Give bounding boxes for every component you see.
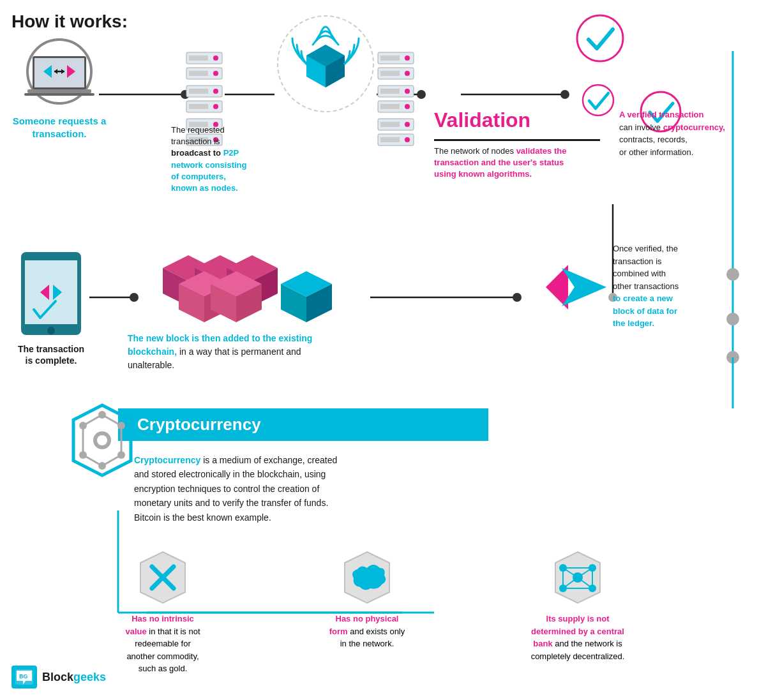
check-top-right <box>574 13 626 66</box>
tablet-label: The transactionis complete. <box>6 343 96 366</box>
svg-point-65 <box>405 89 410 94</box>
validation-divider <box>434 139 600 141</box>
laptop-label: Someone requests a transaction. <box>11 115 107 140</box>
svg-point-62 <box>405 71 410 76</box>
no-intrinsic-value-text: Has no intrinsicvalue in that it is notr… <box>99 613 227 675</box>
no-central-bank-item: Its supply is notdetermined by a central… <box>507 549 648 662</box>
x-icon <box>134 549 192 606</box>
crypto-hex <box>67 402 137 481</box>
svg-text:BG: BG <box>19 673 28 680</box>
svg-point-71 <box>405 122 410 127</box>
svg-rect-33 <box>27 89 91 93</box>
diamond-arrow-svg <box>523 255 606 319</box>
svg-point-109 <box>117 451 125 459</box>
svg-point-10 <box>726 351 739 364</box>
network-icon <box>549 549 606 606</box>
cloud-icon <box>338 549 396 606</box>
svg-point-106 <box>97 435 107 445</box>
svg-point-37 <box>213 56 218 61</box>
crypto-description: Cryptocurrency is a medium of exchange, … <box>134 453 453 525</box>
blocks-label: The new block is then added to the exist… <box>128 332 326 372</box>
svg-rect-36 <box>189 56 208 61</box>
validation-title: Validation <box>434 108 530 132</box>
svg-rect-67 <box>380 104 400 109</box>
svg-rect-39 <box>189 71 208 76</box>
no-physical-form-item: Has no physicalform and exists onlyin th… <box>303 549 431 650</box>
logo-text: Blockgeeks <box>42 671 106 684</box>
svg-rect-64 <box>380 89 400 94</box>
server-icon-right-1 <box>377 51 415 80</box>
wifi-circle <box>274 13 377 115</box>
check-icon-large-svg <box>581 83 616 118</box>
laptop-icon <box>15 38 104 108</box>
svg-point-43 <box>213 89 218 94</box>
svg-rect-79 <box>25 260 77 324</box>
check-icon-large <box>581 83 616 121</box>
server-broadcast-text: The requestedtransaction isbroadcast to … <box>171 124 292 194</box>
crypto-hex-svg <box>67 402 137 479</box>
svg-point-74 <box>405 137 410 142</box>
svg-rect-73 <box>380 137 400 142</box>
logo-icon-svg: BG <box>14 668 34 686</box>
no-physical-form-text: Has no physicalform and exists onlyin th… <box>303 613 431 650</box>
verified-text: A verified transaction can involve crypt… <box>619 108 750 158</box>
svg-point-46 <box>213 104 218 109</box>
svg-point-111 <box>79 451 87 459</box>
svg-rect-27 <box>34 58 84 87</box>
tablet-icon <box>16 249 86 338</box>
svg-point-59 <box>405 56 410 61</box>
server-icon-right-3 <box>377 117 415 147</box>
no-intrinsic-value-item: Has no intrinsicvalue in that it is notr… <box>99 549 227 675</box>
svg-rect-61 <box>380 71 400 76</box>
blockchain-blocks-svg <box>144 249 380 325</box>
tablet-container: The transactionis complete. <box>6 249 96 366</box>
svg-rect-58 <box>380 56 400 61</box>
svg-rect-45 <box>189 104 208 109</box>
svg-point-77 <box>583 85 613 115</box>
svg-rect-70 <box>380 122 400 127</box>
bottom-icons-row: Has no intrinsicvalue in that it is notr… <box>99 549 648 675</box>
svg-rect-42 <box>189 89 208 94</box>
page-title: How it works: <box>11 11 128 32</box>
blocks-container <box>144 249 380 328</box>
blockgeeks-logo: BG Blockgeeks <box>11 666 106 689</box>
no-central-bank-text: Its supply is notdetermined by a central… <box>507 613 648 662</box>
logo-icon: BG <box>11 666 37 689</box>
svg-rect-34 <box>24 93 94 96</box>
once-verified-text: Once verified, thetransaction iscombined… <box>613 242 744 330</box>
server-icon-right-2 <box>377 84 415 114</box>
diamond-arrow <box>523 255 606 322</box>
svg-point-40 <box>213 71 218 76</box>
server-icon-left-2 <box>185 84 223 114</box>
svg-point-75 <box>577 15 623 61</box>
svg-point-112 <box>79 422 87 429</box>
server-icon-left-1 <box>185 51 223 80</box>
svg-point-110 <box>98 462 106 470</box>
svg-point-20 <box>513 293 522 302</box>
svg-point-68 <box>405 104 410 109</box>
svg-marker-102 <box>562 268 606 306</box>
svg-point-108 <box>117 422 125 429</box>
laptop-container: Someone requests a transaction. <box>11 38 107 140</box>
svg-point-82 <box>47 327 55 334</box>
check-icon-top <box>574 13 626 64</box>
svg-point-4 <box>417 90 426 99</box>
validation-text: The network of nodes validates the trans… <box>434 145 587 181</box>
wifi-circle-svg <box>274 13 377 115</box>
crypto-banner: Cryptocurrency <box>118 408 488 441</box>
svg-point-18 <box>130 293 139 302</box>
svg-point-6 <box>560 90 569 99</box>
server-group-right <box>377 51 415 147</box>
svg-point-107 <box>98 411 106 419</box>
